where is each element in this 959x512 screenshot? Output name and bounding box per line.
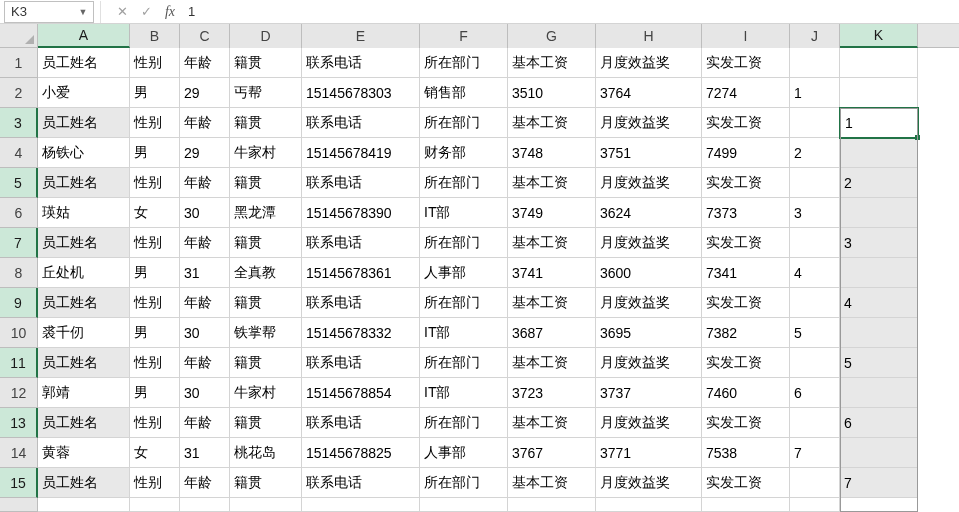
cell-I6[interactable]: 7373 xyxy=(702,198,790,228)
cell-A12[interactable]: 郭靖 xyxy=(38,378,130,408)
cell-F4[interactable]: 财务部 xyxy=(420,138,508,168)
cell-D15[interactable]: 籍贯 xyxy=(230,468,302,498)
cell-F9[interactable]: 所在部门 xyxy=(420,288,508,318)
column-header-K[interactable]: K xyxy=(840,24,918,48)
cell-J10[interactable]: 5 xyxy=(790,318,840,348)
cell-F6[interactable]: IT部 xyxy=(420,198,508,228)
cell-I5[interactable]: 实发工资 xyxy=(702,168,790,198)
cell-E9[interactable]: 联系电话 xyxy=(302,288,420,318)
column-header-H[interactable]: H xyxy=(596,24,702,48)
cell-C2[interactable]: 29 xyxy=(180,78,230,108)
cell-G7[interactable]: 基本工资 xyxy=(508,228,596,258)
cell-H5[interactable]: 月度效益奖 xyxy=(596,168,702,198)
cell-E14[interactable]: 15145678825 xyxy=(302,438,420,468)
cell-K13[interactable]: 6 xyxy=(840,408,918,438)
cell-D3[interactable]: 籍贯 xyxy=(230,108,302,138)
cell-D1[interactable]: 籍贯 xyxy=(230,48,302,78)
cell-D11[interactable]: 籍贯 xyxy=(230,348,302,378)
cell-partial[interactable] xyxy=(596,498,702,512)
row-header-10[interactable]: 10 xyxy=(0,318,38,348)
cell-D5[interactable]: 籍贯 xyxy=(230,168,302,198)
cell-A2[interactable]: 小爱 xyxy=(38,78,130,108)
cell-K5[interactable]: 2 xyxy=(840,168,918,198)
cell-J12[interactable]: 6 xyxy=(790,378,840,408)
cell-E11[interactable]: 联系电话 xyxy=(302,348,420,378)
cell-G15[interactable]: 基本工资 xyxy=(508,468,596,498)
cell-I8[interactable]: 7341 xyxy=(702,258,790,288)
cell-F12[interactable]: IT部 xyxy=(420,378,508,408)
cell-B6[interactable]: 女 xyxy=(130,198,180,228)
cancel-icon[interactable]: ✕ xyxy=(110,1,134,23)
cell-A4[interactable]: 杨铁心 xyxy=(38,138,130,168)
cell-K15[interactable]: 7 xyxy=(840,468,918,498)
cell-K3[interactable]: 1 xyxy=(840,108,918,138)
cell-D10[interactable]: 铁掌帮 xyxy=(230,318,302,348)
enter-icon[interactable]: ✓ xyxy=(134,1,158,23)
cell-H13[interactable]: 月度效益奖 xyxy=(596,408,702,438)
column-header-A[interactable]: A xyxy=(38,24,130,48)
cell-F1[interactable]: 所在部门 xyxy=(420,48,508,78)
cell-B15[interactable]: 性别 xyxy=(130,468,180,498)
cell-H14[interactable]: 3771 xyxy=(596,438,702,468)
cell-F10[interactable]: IT部 xyxy=(420,318,508,348)
cell-I14[interactable]: 7538 xyxy=(702,438,790,468)
cell-partial[interactable] xyxy=(420,498,508,512)
cell-B11[interactable]: 性别 xyxy=(130,348,180,378)
cell-E15[interactable]: 联系电话 xyxy=(302,468,420,498)
column-header-I[interactable]: I xyxy=(702,24,790,48)
cell-H3[interactable]: 月度效益奖 xyxy=(596,108,702,138)
cell-G8[interactable]: 3741 xyxy=(508,258,596,288)
cell-A7[interactable]: 员工姓名 xyxy=(38,228,130,258)
cell-D8[interactable]: 全真教 xyxy=(230,258,302,288)
name-box-dropdown-icon[interactable]: ▼ xyxy=(76,5,90,19)
cell-J2[interactable]: 1 xyxy=(790,78,840,108)
cell-D12[interactable]: 牛家村 xyxy=(230,378,302,408)
cell-partial[interactable] xyxy=(38,498,130,512)
cell-C9[interactable]: 年龄 xyxy=(180,288,230,318)
cell-G13[interactable]: 基本工资 xyxy=(508,408,596,438)
cell-C3[interactable]: 年龄 xyxy=(180,108,230,138)
cell-F11[interactable]: 所在部门 xyxy=(420,348,508,378)
cell-A1[interactable]: 员工姓名 xyxy=(38,48,130,78)
cell-J14[interactable]: 7 xyxy=(790,438,840,468)
cell-H6[interactable]: 3624 xyxy=(596,198,702,228)
cell-K6[interactable] xyxy=(840,198,918,228)
cell-C1[interactable]: 年龄 xyxy=(180,48,230,78)
column-header-E[interactable]: E xyxy=(302,24,420,48)
cell-C10[interactable]: 30 xyxy=(180,318,230,348)
cell-partial[interactable] xyxy=(840,498,918,512)
cell-F14[interactable]: 人事部 xyxy=(420,438,508,468)
cell-C12[interactable]: 30 xyxy=(180,378,230,408)
column-header-F[interactable]: F xyxy=(420,24,508,48)
cell-B12[interactable]: 男 xyxy=(130,378,180,408)
cell-J11[interactable] xyxy=(790,348,840,378)
cell-B8[interactable]: 男 xyxy=(130,258,180,288)
name-box[interactable]: K3 ▼ xyxy=(4,1,94,23)
cell-A14[interactable]: 黄蓉 xyxy=(38,438,130,468)
cell-E12[interactable]: 15145678854 xyxy=(302,378,420,408)
cell-F3[interactable]: 所在部门 xyxy=(420,108,508,138)
cell-A11[interactable]: 员工姓名 xyxy=(38,348,130,378)
cell-I3[interactable]: 实发工资 xyxy=(702,108,790,138)
cell-G10[interactable]: 3687 xyxy=(508,318,596,348)
cell-J9[interactable] xyxy=(790,288,840,318)
cell-B13[interactable]: 性别 xyxy=(130,408,180,438)
cell-A13[interactable]: 员工姓名 xyxy=(38,408,130,438)
cell-G2[interactable]: 3510 xyxy=(508,78,596,108)
cell-B2[interactable]: 男 xyxy=(130,78,180,108)
cell-I2[interactable]: 7274 xyxy=(702,78,790,108)
cell-partial[interactable] xyxy=(302,498,420,512)
cell-K8[interactable] xyxy=(840,258,918,288)
row-header-4[interactable]: 4 xyxy=(0,138,38,168)
cell-J15[interactable] xyxy=(790,468,840,498)
cell-J1[interactable] xyxy=(790,48,840,78)
cell-partial[interactable] xyxy=(790,498,840,512)
cell-H12[interactable]: 3737 xyxy=(596,378,702,408)
cell-H7[interactable]: 月度效益奖 xyxy=(596,228,702,258)
fx-icon[interactable]: fx xyxy=(158,1,182,23)
cell-H15[interactable]: 月度效益奖 xyxy=(596,468,702,498)
cell-E2[interactable]: 15145678303 xyxy=(302,78,420,108)
cell-K10[interactable] xyxy=(840,318,918,348)
cell-F8[interactable]: 人事部 xyxy=(420,258,508,288)
cell-D9[interactable]: 籍贯 xyxy=(230,288,302,318)
